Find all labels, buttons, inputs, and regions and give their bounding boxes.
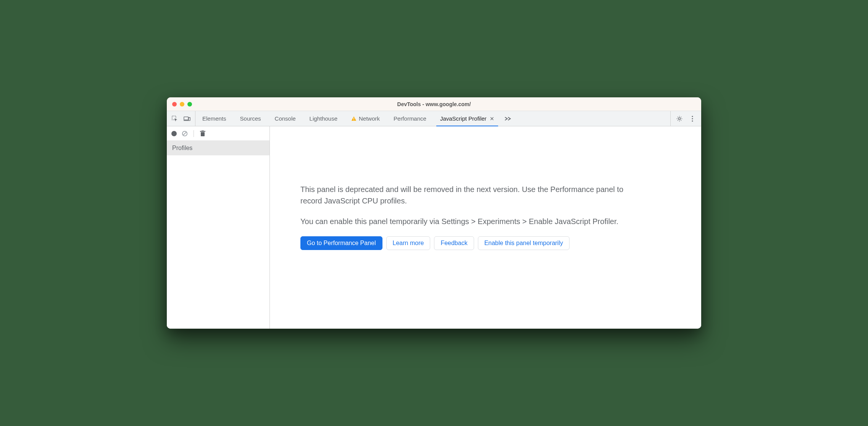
svg-point-7 xyxy=(692,116,693,117)
sidebar-item-label: Profiles xyxy=(172,145,192,151)
svg-rect-5 xyxy=(353,119,354,120)
close-window-button[interactable] xyxy=(172,102,177,106)
tab-javascript-profiler[interactable]: JavaScript Profiler ✕ xyxy=(433,111,501,126)
devtools-window: DevTools - www.google.com/ Elements Sour… xyxy=(167,97,701,329)
svg-line-11 xyxy=(183,132,187,135)
learn-more-button[interactable]: Learn more xyxy=(386,236,431,250)
button-row: Go to Performance Panel Learn more Feedb… xyxy=(300,236,678,250)
svg-rect-14 xyxy=(202,131,204,131)
divider xyxy=(194,130,194,137)
tab-label: JavaScript Profiler xyxy=(440,115,487,122)
sidebar-toolbar xyxy=(167,126,269,141)
enable-instruction: You can enable this panel temporarily vi… xyxy=(300,216,644,227)
minimize-window-button[interactable] xyxy=(180,102,184,106)
tab-label: Sources xyxy=(240,115,261,122)
settings-icon[interactable] xyxy=(676,115,683,122)
tab-label: Console xyxy=(275,115,296,122)
clear-icon[interactable] xyxy=(181,130,188,137)
inspect-element-icon[interactable] xyxy=(171,115,178,122)
svg-point-6 xyxy=(678,118,680,119)
svg-point-9 xyxy=(692,120,693,121)
window-title: DevTools - www.google.com/ xyxy=(167,101,701,107)
tab-elements[interactable]: Elements xyxy=(195,111,233,126)
svg-rect-12 xyxy=(201,132,205,136)
titlebar: DevTools - www.google.com/ xyxy=(167,97,701,111)
tab-label: Elements xyxy=(202,115,226,122)
tab-label: Network xyxy=(359,115,380,122)
tab-sources[interactable]: Sources xyxy=(233,111,268,126)
device-toolbar-icon[interactable] xyxy=(184,115,190,122)
tab-performance[interactable]: Performance xyxy=(387,111,433,126)
tab-lighthouse[interactable]: Lighthouse xyxy=(303,111,344,126)
sidebar: Profiles xyxy=(167,126,270,329)
svg-rect-4 xyxy=(353,118,354,119)
tabs-overflow-icon[interactable] xyxy=(501,111,515,126)
svg-point-8 xyxy=(692,118,693,119)
content-area: Profiles This panel is deprecated and wi… xyxy=(167,126,701,329)
go-to-performance-button[interactable]: Go to Performance Panel xyxy=(300,236,382,250)
delete-icon[interactable] xyxy=(199,130,206,137)
svg-rect-3 xyxy=(189,117,190,120)
svg-rect-1 xyxy=(184,117,188,120)
close-tab-icon[interactable]: ✕ xyxy=(490,116,494,122)
more-icon[interactable] xyxy=(689,115,696,122)
tab-console[interactable]: Console xyxy=(268,111,303,126)
deprecation-message: This panel is deprecated and will be rem… xyxy=(300,184,644,207)
feedback-button[interactable]: Feedback xyxy=(434,236,474,250)
tab-label: Performance xyxy=(394,115,426,122)
tab-label: Lighthouse xyxy=(310,115,337,122)
tabbar: Elements Sources Console Lighthouse Netw… xyxy=(167,111,701,126)
sidebar-item-profiles[interactable]: Profiles xyxy=(167,141,269,155)
main-panel: This panel is deprecated and will be rem… xyxy=(270,126,701,329)
traffic-lights xyxy=(167,102,192,106)
warning-icon xyxy=(351,116,357,121)
record-icon[interactable] xyxy=(171,131,177,136)
enable-temporarily-button[interactable]: Enable this panel temporarily xyxy=(478,236,570,250)
tab-network[interactable]: Network xyxy=(344,111,387,126)
maximize-window-button[interactable] xyxy=(187,102,192,106)
